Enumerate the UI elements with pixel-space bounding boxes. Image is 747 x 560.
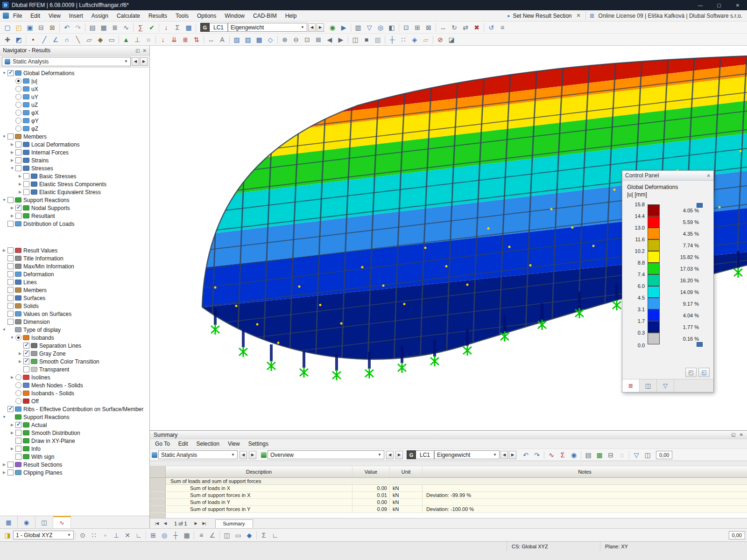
table-row[interactable]: Sum of support forces in X 0.01 kN Devia… bbox=[150, 492, 747, 499]
save-icon[interactable]: ▣ bbox=[24, 22, 35, 33]
expander-icon[interactable] bbox=[9, 158, 15, 162]
tree-item-control[interactable] bbox=[15, 213, 21, 219]
tree-item[interactable]: Distribution of Loads bbox=[0, 220, 149, 228]
node-icon[interactable]: • bbox=[28, 35, 39, 45]
tables-icon[interactable]: ▤ bbox=[87, 22, 98, 33]
expander-icon[interactable] bbox=[9, 375, 15, 379]
panel-options-icon[interactable]: ◰ bbox=[685, 368, 697, 377]
tab-summary[interactable]: Summary bbox=[215, 519, 253, 528]
previous-load-case-button[interactable]: ◀ bbox=[308, 23, 316, 32]
toolbar-icon[interactable] bbox=[204, 35, 204, 44]
view-xy-icon[interactable]: ▧ bbox=[231, 35, 242, 45]
delete-icon[interactable]: ✖ bbox=[471, 22, 482, 33]
snap-icon[interactable]: ◈ bbox=[409, 35, 420, 45]
tree-item[interactable]: Isolines bbox=[0, 373, 149, 381]
filter-table-icon[interactable]: ▽ bbox=[631, 450, 642, 460]
previous-analysis-button[interactable]: ◀ bbox=[240, 451, 247, 459]
result-diagrams-icon[interactable]: ∿ bbox=[546, 450, 557, 460]
tree-item-control[interactable] bbox=[15, 446, 21, 452]
background-color-icon[interactable]: ◫ bbox=[221, 530, 233, 540]
menu-item[interactable]: File bbox=[9, 11, 26, 21]
tree-item-control[interactable] bbox=[7, 221, 14, 227]
menu-item[interactable]: Window bbox=[220, 11, 249, 21]
tree-item-control[interactable] bbox=[7, 462, 14, 468]
visibility-icon[interactable]: ◎ bbox=[375, 22, 386, 33]
next-view-button[interactable]: ▶ bbox=[395, 451, 403, 459]
load-case-combo[interactable]: Eigengewicht ▼ bbox=[228, 23, 307, 32]
export-table-icon[interactable]: ▦ bbox=[594, 450, 605, 460]
toolbar-icon[interactable] bbox=[196, 23, 196, 32]
toolbar-icon[interactable] bbox=[159, 23, 159, 32]
menu-item[interactable]: Edit bbox=[26, 11, 44, 21]
expander-icon[interactable] bbox=[1, 470, 7, 475]
summary-menu-item[interactable]: View bbox=[224, 439, 244, 448]
previous-load-case-button[interactable]: ◀ bbox=[500, 451, 508, 459]
table-section-row[interactable]: Sum of loads and sum of support forces bbox=[150, 478, 747, 485]
tree-item-control[interactable] bbox=[23, 343, 29, 349]
tree-item[interactable]: Support Reactions bbox=[0, 413, 149, 421]
tree-item[interactable]: Stresses bbox=[0, 164, 149, 172]
expander-icon[interactable] bbox=[17, 359, 23, 364]
tree-item-control[interactable] bbox=[15, 430, 21, 436]
license-list-icon[interactable]: ≣ bbox=[589, 12, 596, 19]
expander-icon[interactable] bbox=[1, 462, 7, 467]
tree-item-control[interactable] bbox=[15, 110, 21, 116]
summary-analysis-select[interactable]: Static Analysis ▼ bbox=[158, 450, 238, 459]
print-icon[interactable]: ⊟ bbox=[35, 22, 47, 33]
tree-item[interactable]: φY bbox=[0, 117, 149, 125]
toolbar-icon[interactable] bbox=[133, 23, 134, 32]
zoom-all-icon[interactable]: ⊠ bbox=[313, 35, 324, 45]
tree-item-control[interactable] bbox=[15, 78, 21, 84]
tree-item-control[interactable] bbox=[15, 390, 21, 396]
previous-page-button[interactable]: ◀ bbox=[161, 520, 169, 527]
mesh-icon[interactable]: ▩ bbox=[183, 22, 194, 33]
tree-item[interactable]: Dimension bbox=[0, 318, 149, 326]
tree-item-control[interactable] bbox=[23, 173, 29, 179]
filter-tab[interactable]: ▽ bbox=[657, 379, 674, 392]
combinations-icon[interactable]: Σ bbox=[172, 22, 183, 33]
grid-points-icon[interactable]: ∷ bbox=[398, 35, 409, 45]
view-yz-icon[interactable]: ▩ bbox=[254, 35, 265, 45]
tree-item[interactable]: Mesh Nodes - Solids bbox=[0, 381, 149, 389]
snap-nodes-icon[interactable]: ⊙ bbox=[77, 530, 88, 540]
data-navigator-tab[interactable]: ▦ bbox=[0, 516, 18, 528]
tree-item-control[interactable] bbox=[15, 205, 21, 211]
tree-item-control[interactable] bbox=[7, 70, 14, 76]
tree-item-control[interactable] bbox=[15, 157, 21, 163]
tree-item[interactable]: With sign bbox=[0, 453, 149, 461]
column-header[interactable]: Notes bbox=[423, 466, 747, 477]
grid-toggle-icon[interactable]: ▦ bbox=[181, 530, 192, 540]
result-section-close-icon[interactable]: ✕ bbox=[574, 13, 582, 19]
work-plane-icon[interactable]: ▱ bbox=[420, 35, 431, 45]
tree-item-control[interactable] bbox=[15, 149, 21, 155]
tree-item[interactable]: φZ bbox=[0, 125, 149, 133]
new-model-icon[interactable]: ▢ bbox=[2, 22, 13, 33]
table-row[interactable]: Sum of loads in X 0.00 kN bbox=[150, 485, 747, 492]
tree-item[interactable]: Basic Stresses bbox=[0, 172, 149, 180]
tree-item-control[interactable] bbox=[23, 358, 29, 364]
result-animation-icon[interactable]: ▶ bbox=[338, 22, 349, 33]
tree-item[interactable]: Solids bbox=[0, 302, 149, 310]
toolbar-icon[interactable] bbox=[59, 23, 60, 32]
next-view-icon[interactable]: ▶ bbox=[335, 35, 346, 45]
toolbar-icon[interactable] bbox=[351, 23, 351, 32]
tree-item-control[interactable] bbox=[7, 414, 14, 420]
tree-item[interactable]: Members bbox=[0, 286, 149, 294]
minimize-button[interactable]: — bbox=[691, 0, 710, 10]
check-model-icon[interactable]: ✔ bbox=[146, 22, 157, 33]
column-filter-icon[interactable]: ◫ bbox=[642, 450, 653, 460]
decimal-places-button[interactable]: 0,00 bbox=[656, 451, 672, 459]
tree-item-control[interactable] bbox=[7, 406, 14, 412]
view-xz-icon[interactable]: ▨ bbox=[242, 35, 254, 45]
load-case-id[interactable]: LC1 bbox=[210, 23, 228, 32]
summary-menu-item[interactable]: Go To bbox=[151, 439, 174, 448]
opening-icon[interactable]: ▭ bbox=[106, 35, 117, 45]
menu-item[interactable]: Tools bbox=[171, 11, 193, 21]
tree-item[interactable]: Global Deformations bbox=[0, 69, 149, 77]
tree-item[interactable]: Elastic Equivalent Stress bbox=[0, 188, 149, 196]
summary-float-icon[interactable]: ◱ bbox=[731, 432, 735, 437]
panel-dock-icon[interactable]: ◱ bbox=[698, 368, 710, 377]
zoom-window-icon[interactable]: ⊡ bbox=[302, 35, 313, 45]
previous-view-icon[interactable]: ◀ bbox=[324, 35, 335, 45]
tree-item-control[interactable] bbox=[7, 133, 14, 140]
